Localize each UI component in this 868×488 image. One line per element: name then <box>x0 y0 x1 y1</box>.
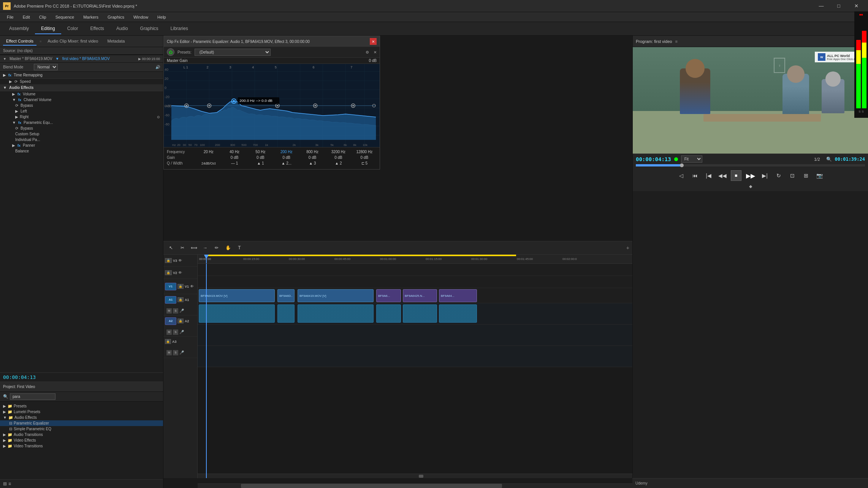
eq-settings-icon[interactable]: ⚙ <box>366 50 369 54</box>
output-btn[interactable]: ⊞ <box>801 170 811 181</box>
time-remapping-header[interactable]: ▶ fx Time Remapping <box>0 72 163 78</box>
go-to-end-btn[interactable]: ▶| <box>760 170 770 181</box>
tree-item-audio-transitions[interactable]: ▶ 📁 Audio Transitions <box>0 432 163 437</box>
search-input[interactable] <box>10 393 55 400</box>
audio-clip-a1-4[interactable] <box>376 304 401 323</box>
balance-item[interactable]: Balance <box>6 148 163 154</box>
tab-libraries[interactable]: Libraries <box>165 24 194 34</box>
tree-item-presets[interactable]: ▶ 📁 Presets <box>0 403 163 409</box>
tab-effects[interactable]: Effects <box>84 24 110 34</box>
mark-in-btn[interactable]: ◁ <box>676 170 687 181</box>
tab-graphics[interactable]: Graphics <box>134 24 165 34</box>
play-btn[interactable]: ▶▶ <box>744 170 757 182</box>
tab-assembly[interactable]: Assembly <box>3 24 35 34</box>
tab-audio-clip-mixer[interactable]: Audio Clip Mixer: first video <box>44 37 101 46</box>
camera-btn[interactable]: 📷 <box>814 170 825 181</box>
safe-margins-btn[interactable]: ⊡ <box>787 170 798 181</box>
eq-close-button[interactable]: ✕ <box>370 38 377 45</box>
custom-setup-item[interactable]: Custom Setup <box>6 131 163 137</box>
left-item[interactable]: ▶ Left <box>6 108 163 114</box>
track-select-btn[interactable]: → <box>201 243 210 252</box>
play-back-btn[interactable]: ◀◀ <box>717 170 728 181</box>
a3-solo-btn[interactable]: S <box>173 350 178 355</box>
ripple-tool-btn[interactable]: ⟺ <box>189 243 198 252</box>
individual-pa-item[interactable]: Individual Pa... <box>6 137 163 143</box>
grid-view-icon[interactable]: ⊞ <box>3 481 7 486</box>
a1-track-row[interactable] <box>198 303 632 325</box>
loop-btn[interactable]: ↻ <box>773 170 784 181</box>
menu-clip[interactable]: Clip <box>35 14 50 20</box>
channel-volume-item[interactable]: ▼ fx Channel Volume <box>0 97 163 103</box>
timeline-scrollbar[interactable] <box>198 483 632 488</box>
list-view-icon[interactable]: ≡ <box>8 481 11 486</box>
parametric-eq-item[interactable]: ▼ fx Parametric Equ... <box>0 120 163 125</box>
razor-tool-btn[interactable]: ✂ <box>178 243 187 252</box>
menu-graphics[interactable]: Graphics <box>104 14 128 20</box>
tree-item-parametric-eq[interactable]: ⊟ Parametric Equalizer <box>0 420 163 426</box>
hand-tool-btn[interactable]: ✋ <box>223 243 233 252</box>
a2-solo-btn[interactable]: S <box>173 330 178 335</box>
tree-item-audio-effects[interactable]: ▼ 📁 Audio Effects <box>0 415 163 420</box>
v3-sync-btn[interactable]: 🔒 <box>165 258 172 263</box>
eq-preset-select[interactable]: (Default) <box>195 49 271 56</box>
a3-mute-btn[interactable]: M <box>166 350 172 355</box>
a2-mute-btn[interactable]: M <box>166 330 172 335</box>
v1-sync-btn[interactable]: 🔒 <box>177 284 184 289</box>
clip-v1-4[interactable]: BF9A6... <box>376 289 401 302</box>
timeline-tracks-area[interactable]: 00:00:00 00:00:15:00 00:00:30:00 00:00:4… <box>198 255 632 478</box>
text-tool-btn[interactable]: T <box>235 243 244 252</box>
tree-item-video-effects[interactable]: ▶ 📁 Video Effects <box>0 437 163 443</box>
a2-sync-btn[interactable]: 🔒 <box>177 318 184 323</box>
audio-clip-a1-3[interactable] <box>298 304 374 323</box>
volume-item[interactable]: ▶ fx Volume <box>0 91 163 97</box>
tab-color[interactable]: Color <box>61 24 84 34</box>
tab-effect-controls[interactable]: Effect Controls <box>3 37 36 46</box>
go-to-start-btn[interactable]: |◀ <box>703 170 714 181</box>
marker-icon[interactable]: ◆ <box>749 184 752 189</box>
a1-sync-btn[interactable]: 🔒 <box>177 297 184 302</box>
clip-v1-3[interactable]: BF9A6419.MOV [V] <box>298 289 374 302</box>
menu-sequence[interactable]: Sequence <box>52 14 78 20</box>
tab-audio[interactable]: Audio <box>110 24 134 34</box>
a1-toggle[interactable]: A1 <box>165 296 176 304</box>
audio-clip-a1-2[interactable] <box>277 304 295 323</box>
add-track-icon[interactable]: + <box>626 245 629 251</box>
tree-item-simple-peq[interactable]: ⊟ Simple Parametric EQ <box>0 426 163 432</box>
menu-window[interactable]: Window <box>130 14 152 20</box>
scrollbar-thumb[interactable] <box>241 484 502 488</box>
menu-edit[interactable]: Edit <box>19 14 34 20</box>
close-button[interactable]: ✕ <box>847 0 865 12</box>
a3-sync-btn[interactable]: 🔒 <box>165 339 171 344</box>
pen-tool-btn[interactable]: ✏ <box>212 243 221 252</box>
v1-eye-icon[interactable]: 👁 <box>190 284 194 288</box>
tree-item-lumetri[interactable]: ▶ 📁 Lumetri Presets <box>0 409 163 415</box>
tab-metadata[interactable]: Metadata <box>105 37 128 46</box>
maximize-button[interactable]: □ <box>830 0 847 12</box>
right-item[interactable]: ▶ Right ⊙ <box>6 114 163 120</box>
eq-close-icon[interactable]: ✕ <box>374 50 377 54</box>
tree-item-video-transitions[interactable]: ▶ 📁 Video Transitions <box>0 443 163 449</box>
blend-mode-select[interactable]: Normal <box>34 64 58 70</box>
fit-select[interactable]: Fit 25% 50% 100% <box>681 155 702 163</box>
minimize-button[interactable]: — <box>813 0 830 12</box>
clip-v1-2[interactable]: BF9A6D... <box>277 289 295 302</box>
audio-effects-header[interactable]: ▼ Audio Effects <box>0 84 163 91</box>
v3-eye-icon[interactable]: 👁 <box>178 258 182 263</box>
a2-toggle[interactable]: A2 <box>165 317 176 325</box>
a1-solo-btn[interactable]: S <box>173 308 178 314</box>
bypass-item-1[interactable]: ⟳ Bypass <box>6 103 163 108</box>
audio-clip-a1-1[interactable] <box>199 304 275 323</box>
clip-v1-1[interactable]: BF9A6419.MOV [V] <box>199 289 275 302</box>
eq-power-button[interactable]: ⏻ <box>167 48 174 56</box>
clip-v1-6[interactable]: BF9A64... <box>439 289 477 302</box>
audio-clip-a1-5[interactable] <box>403 304 437 323</box>
menu-markers[interactable]: Markers <box>79 14 102 20</box>
clip-v1-5[interactable]: BF9A6425.N... <box>403 289 437 302</box>
stop-btn[interactable]: ■ <box>731 170 741 181</box>
menu-help[interactable]: Help <box>154 14 170 20</box>
selection-tool-btn[interactable]: ↖ <box>166 243 176 252</box>
v2-eye-icon[interactable]: 👁 <box>178 271 182 275</box>
a1-mute-btn[interactable]: M <box>166 308 172 314</box>
eq-graph-container[interactable]: 40 20 0 -20 -40 -60 -80 <box>164 64 380 147</box>
v2-sync-btn[interactable]: 🔒 <box>165 270 172 275</box>
